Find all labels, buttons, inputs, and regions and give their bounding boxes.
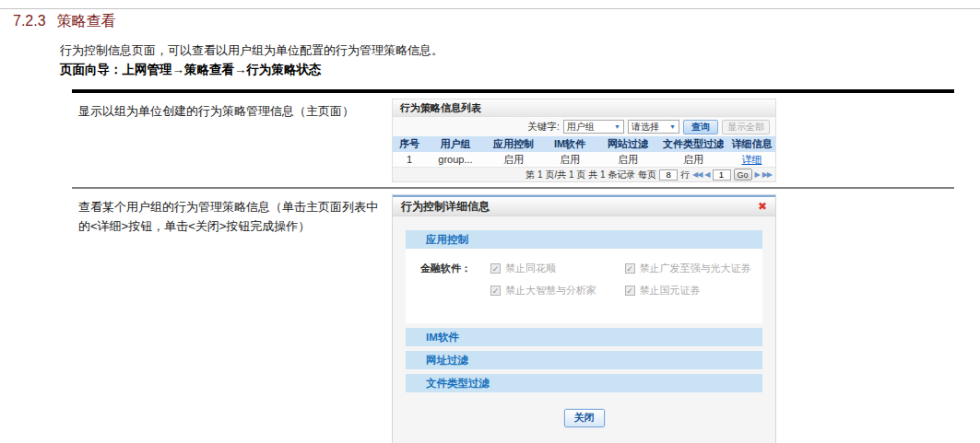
col-web-filter: 网站过滤 [597,137,658,151]
policy-table-header: 序号 用户组 应用控制 IM软件 网站过滤 文件类型过滤 详细信息 [393,136,775,152]
next-page-icon[interactable]: ▶ [755,170,760,179]
col-user-group: 用户组 [426,137,485,151]
row-description: 查看某个用户组的行为管理策略信息（单击主页面列表中的<详细>按钮，单击<关闭>按… [72,194,392,443]
checkbox-item: ✓ 禁止广发至强与光大证券 [625,262,756,275]
row-description: 显示以组为单位创建的行为策略管理信息（主页面） [72,99,392,182]
prev-page-icon[interactable]: ◀ [704,170,709,179]
checkbox-item: ✓ 禁止同花顺 [490,262,621,275]
finance-checkbox-grid: ✓ 禁止同花顺 ✓ 禁止广发至强与光大证券 ✓ 禁止大智慧与分析家 [490,262,755,297]
keyword-select[interactable]: 用户组 ▼ [563,120,624,134]
table-row: 查看某个用户组的行为管理策略信息（单击主页面列表中的<详细>按钮，单击<关闭>按… [72,187,954,443]
intro-text: 行为控制信息页面，可以查看以用户组为单位配置的行为管理策略信息。 [60,42,443,59]
page-size-input[interactable] [659,169,678,181]
last-page-icon[interactable]: ▶▶ [762,170,772,179]
cell-user-group: group... [426,154,485,165]
col-im: IM软件 [542,137,597,151]
table-row: 显示以组为单位创建的行为策略管理信息（主页面） 行为策略信息列表 关键字: 用户… [72,93,954,187]
chevron-down-icon: ▼ [614,123,620,130]
page-number-input[interactable] [713,169,731,181]
checkbox-checked-icon: ✓ [625,263,635,274]
section-url-filter[interactable]: 网址过滤 [406,351,762,369]
section-im-software[interactable]: IM软件 [406,328,762,346]
page-title: 7.2.3策略查看 [13,12,116,31]
chevron-down-icon: ▼ [669,123,676,130]
col-app-control: 应用控制 [485,137,542,151]
section-app-control: 应用控制 [406,230,762,249]
detail-link[interactable]: 详细 [742,154,762,165]
close-button[interactable]: 关闭 [564,409,605,427]
search-bar: 关键字: 用户组 ▼ 请选择 ▼ 查询 显示全部 [393,117,775,136]
section-file-type-filter[interactable]: 文件类型过滤 [406,374,762,392]
pagination-bar: 第 1 页/共 1 页 共 1 条记录 每页 行 ◀◀ ◀ Go ▶ ▶▶ [393,167,775,181]
checkbox-item: ✓ 禁止国元证券 [625,284,756,297]
cell-im: 启用 [542,153,597,167]
app-control-content: 金融软件： ✓ 禁止同花顺 ✓ 禁止广发至强与光大证券 [406,249,762,323]
query-button[interactable]: 查询 [683,120,718,134]
dialog-title: 行为控制详细信息 [401,199,490,215]
checkbox-checked-icon: ✓ [625,286,635,296]
go-button[interactable]: Go [734,169,752,181]
col-no: 序号 [393,137,426,151]
show-all-button[interactable]: 显示全部 [722,120,770,134]
col-file-filter: 文件类型过滤 [658,137,728,151]
checkbox-label: 禁止大智慧与分析家 [505,284,596,297]
value-select[interactable]: 请选择 ▼ [628,120,679,134]
doc-table: 显示以组为单位创建的行为策略管理信息（主页面） 行为策略信息列表 关键字: 用户… [72,89,954,443]
pager-info: 第 1 页/共 1 页 共 1 条记录 每页 [525,169,656,181]
checkbox-label: 禁止广发至强与光大证券 [640,262,751,275]
behavior-detail-dialog: 行为控制详细信息 ✖ 应用控制 金融软件： ✓ 禁止同花顺 [392,194,776,443]
section-number: 7.2.3 [13,13,46,29]
checkbox-checked-icon: ✓ [490,286,501,296]
policy-list-title: 行为策略信息列表 [393,99,775,117]
finance-software-label: 金融软件： [406,262,490,297]
checkbox-item: ✓ 禁止大智慧与分析家 [490,284,621,297]
close-icon[interactable]: ✖ [758,201,767,212]
col-detail: 详细信息 [728,137,775,151]
cell-no: 1 [393,154,426,165]
cell-app-control: 启用 [485,153,542,167]
policy-list-screenshot: 行为策略信息列表 关键字: 用户组 ▼ 请选择 ▼ 查询 显示全部 序号 [392,99,776,182]
checkbox-label: 禁止同花顺 [505,262,556,275]
keyword-label: 关键字: [528,121,560,134]
page-wizard-path: 页面向导：上网管理→策略查看→行为策略状态 [60,62,322,78]
first-page-icon[interactable]: ◀◀ [692,170,702,179]
cell-file-filter: 启用 [658,153,728,167]
checkbox-checked-icon: ✓ [490,263,501,274]
checkbox-label: 禁止国元证券 [640,284,701,297]
dialog-title-bar: 行为控制详细信息 ✖ [393,195,775,216]
cell-web-filter: 启用 [597,153,658,167]
section-title: 策略查看 [57,13,116,29]
pager-rows-label: 行 [680,169,690,181]
policy-table-row: 1 group... 启用 启用 启用 启用 详细 [393,152,775,167]
page-top-divider [0,8,980,9]
